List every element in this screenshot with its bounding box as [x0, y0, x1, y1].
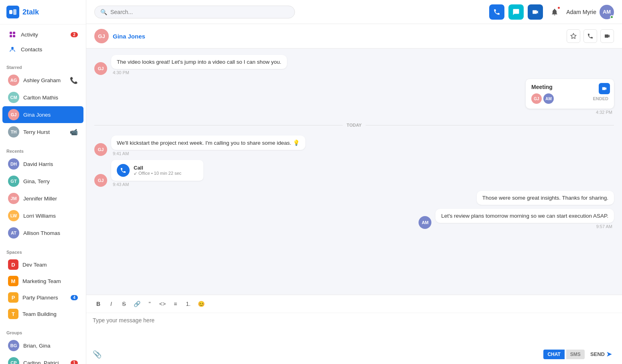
- link-button[interactable]: 🔗: [131, 298, 142, 309]
- avatar-carlton-patrici: CP: [8, 357, 19, 364]
- message-content: The video looks great! Let's jump into a…: [111, 55, 287, 75]
- svg-rect-3: [13, 32, 15, 34]
- user-profile[interactable]: Adam Myrie AM: [566, 5, 614, 19]
- lorri-label: Lorri Williams: [23, 213, 78, 219]
- star-chat-button[interactable]: [567, 29, 580, 43]
- italic-button[interactable]: I: [106, 298, 117, 309]
- message-input-box: [86, 313, 622, 346]
- meeting-time: 4:32 PM: [594, 110, 614, 115]
- search-box[interactable]: 🔍: [94, 6, 295, 18]
- search-area: 🔍: [94, 6, 295, 18]
- search-input[interactable]: [110, 9, 289, 15]
- spaces-section: Spaces D Dev Team M Marketing Team P Par…: [0, 244, 86, 325]
- input-bottom: 📎 CHAT SMS SEND ➤: [86, 346, 622, 364]
- sidebar-item-terry-hurst[interactable]: TH Terry Hurst 📹: [2, 123, 83, 140]
- send-arrow-icon: ➤: [606, 350, 612, 358]
- groups-label: Groups: [0, 327, 86, 337]
- message-row: GJ The video looks great! Let's jump int…: [94, 55, 614, 75]
- chat-tab-button[interactable]: CHAT: [543, 350, 564, 359]
- sidebar-item-dev-team[interactable]: D Dev Team: [2, 257, 83, 273]
- sidebar-item-marketing-team[interactable]: M Marketing Team: [2, 273, 83, 289]
- chat-contact-name: Gina Jones: [113, 33, 567, 40]
- avatar-terry: TH: [8, 126, 19, 138]
- message-row-out-2: Let's review plans tomorrow morning so w…: [94, 209, 614, 229]
- starred-label: Starred: [0, 62, 86, 71]
- grid-icon: [8, 30, 17, 39]
- meeting-av-1: GJ: [531, 93, 542, 104]
- sidebar-item-ashley-graham[interactable]: AG Ashley Graham 📞: [2, 72, 83, 89]
- call-content: Call ↙ Office • 10 min 22 sec 9:43 AM: [111, 160, 203, 187]
- ordered-list-button[interactable]: 1.: [183, 298, 194, 309]
- message-text-today-1: We'll kickstart the project next week. I…: [117, 140, 300, 146]
- message-content-today-1: We'll kickstart the project next week. I…: [111, 135, 305, 156]
- recents-section: Recents DH David Harris GT Gina, Terry J…: [0, 143, 86, 244]
- chat-contact-avatar: GJ: [94, 29, 109, 43]
- svg-rect-1: [13, 9, 16, 15]
- phone-call-button[interactable]: [489, 4, 504, 20]
- message-textarea[interactable]: [93, 317, 616, 341]
- bold-button[interactable]: B: [93, 298, 104, 309]
- carlton-patrici-label: Carlton, Patrici...: [23, 360, 67, 364]
- send-label: SEND: [590, 351, 605, 357]
- message-content-out-2: Let's review plans tomorrow morning so w…: [435, 209, 614, 229]
- phone-chat-button[interactable]: [583, 29, 597, 43]
- sidebar-item-allison-thomas[interactable]: AT Allison Thomas: [2, 224, 83, 241]
- user-status-dot: [610, 15, 614, 19]
- sidebar-item-david-harris[interactable]: DH David Harris: [2, 156, 83, 172]
- brian-gina-label: Brian, Gina: [23, 343, 78, 349]
- attach-button[interactable]: 📎: [93, 350, 102, 359]
- sidebar-item-activity[interactable]: Activity 2: [2, 27, 83, 42]
- message-text-out-1: Those were some great insights. Thanks f…: [482, 195, 608, 201]
- message-text-out-2: Let's review plans tomorrow morning so w…: [441, 213, 608, 219]
- video-call-button[interactable]: [528, 4, 543, 20]
- avatar-allison: AT: [8, 227, 19, 239]
- meeting-card-content: Meeting GJ AM ENDED 4:32 PM: [526, 79, 614, 115]
- notification-button[interactable]: [547, 4, 562, 20]
- spaces-label: Spaces: [0, 247, 86, 256]
- svg-rect-5: [13, 35, 15, 37]
- svg-marker-7: [571, 33, 576, 38]
- send-button[interactable]: SEND ➤: [586, 348, 616, 360]
- message-time: 4:30 PM: [111, 70, 287, 75]
- groups-section: Groups BG Brian, Gina CP Carlton, Patric…: [0, 325, 86, 364]
- sidebar-item-gina-terry[interactable]: GT Gina, Terry: [2, 173, 83, 190]
- message-time-today-1: 9:41 AM: [111, 151, 305, 156]
- code-button[interactable]: <>: [157, 298, 168, 309]
- sidebar-item-party-planners[interactable]: P Party Planners 4: [2, 289, 83, 305]
- emoji-button[interactable]: 😊: [195, 298, 207, 309]
- contacts-label: Contacts: [21, 47, 78, 53]
- sidebar-item-carlton-mathis[interactable]: CM Carlton Mathis: [2, 89, 83, 106]
- sidebar-item-jennifer-miller[interactable]: JM Jennifer Miller: [2, 190, 83, 207]
- avatar-gj: GJ: [94, 143, 107, 156]
- allison-label: Allison Thomas: [23, 230, 78, 236]
- sidebar-item-gina-jones[interactable]: GJ Gina Jones: [2, 106, 83, 123]
- logo-text: 2talk: [22, 8, 39, 16]
- call-icon: [117, 164, 130, 177]
- day-divider-text: TODAY: [347, 123, 362, 127]
- svg-point-6: [11, 47, 14, 49]
- video-chat-button[interactable]: [600, 29, 614, 43]
- marketing-icon: M: [8, 276, 18, 286]
- sidebar-item-contacts[interactable]: Contacts: [2, 42, 83, 57]
- sidebar-item-brian-gina[interactable]: BG Brian, Gina: [2, 337, 83, 354]
- ashley-label: Ashley Graham: [23, 77, 66, 83]
- meeting-message-row: Meeting GJ AM ENDED 4:32 PM: [94, 79, 614, 115]
- sidebar-item-carlton-patrici[interactable]: CP Carlton, Patrici... 1: [2, 354, 83, 364]
- call-title: Call: [134, 165, 181, 171]
- blockquote-button[interactable]: ": [144, 298, 155, 309]
- avatar-ashley: AG: [8, 75, 19, 86]
- message-button[interactable]: [508, 4, 524, 20]
- svg-rect-2: [10, 32, 12, 34]
- dev-team-label: Dev Team: [22, 262, 78, 268]
- sidebar-item-lorri-williams[interactable]: LW Lorri Williams: [2, 207, 83, 224]
- meeting-title: Meeting: [531, 84, 608, 90]
- bullet-list-button[interactable]: ≡: [170, 298, 181, 309]
- activity-label: Activity: [21, 32, 67, 38]
- carlton-label: Carlton Mathis: [23, 95, 78, 101]
- user-name: Adam Myrie: [566, 9, 596, 15]
- sms-tab-button[interactable]: SMS: [566, 350, 585, 359]
- svg-rect-4: [10, 35, 12, 37]
- sidebar-item-team-building[interactable]: T Team Building: [2, 306, 83, 322]
- strikethrough-button[interactable]: S: [118, 298, 130, 309]
- recents-label: Recents: [0, 146, 86, 155]
